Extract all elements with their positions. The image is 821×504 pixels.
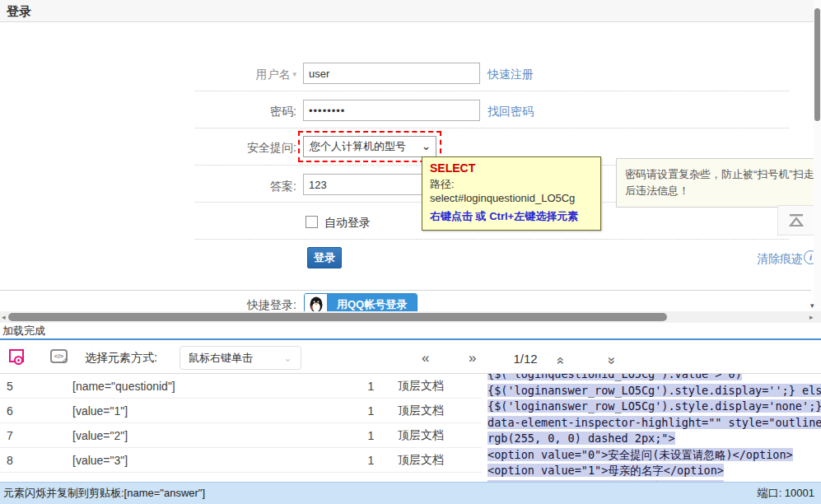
table-cell-num: 8 (0, 454, 72, 467)
code-line: {$('loginquestionid_LO5Cg').value > 0) (487, 374, 821, 383)
table-row[interactable]: 5[name="questionid"]1顶层文档 (0, 374, 482, 399)
selector-method-label: 选择元素方式: (85, 351, 157, 366)
code-line: data-element-inspector-highlight="" styl… (487, 415, 821, 432)
chevron-down-icon: ▾ (292, 70, 296, 78)
jump-bottom-button[interactable]: » (608, 352, 615, 369)
scroll-to-top-button[interactable] (777, 205, 815, 236)
table-cell-num: 5 (0, 380, 72, 393)
code-view[interactable]: {$('loginquestionid_LO5Cg').value > 0){$… (482, 374, 821, 482)
code-line: {$('loginanswer_row_LO5Cg').style.displa… (487, 399, 821, 415)
code-line: rgb(255, 0, 0) dashed 2px;"> (487, 431, 821, 447)
scroll-right-icon[interactable]: ▸ (809, 313, 814, 321)
table-row[interactable]: 8[value="3"]1顶层文档 (0, 448, 482, 473)
code-line: {$('loginanswer_row_LO5Cg').style.displa… (487, 383, 821, 399)
table-cell-selector: [value="1"] (72, 404, 344, 418)
selector-method-value: 鼠标右键单击 (189, 352, 253, 364)
recover-password-link[interactable]: 找回密码 (487, 105, 534, 119)
username-label: 用户名▾ (189, 68, 296, 82)
scroll-left-icon[interactable]: ◂ (2, 313, 6, 321)
table-cell-num: 7 (0, 429, 72, 442)
vertical-scrollbar-thumb[interactable] (814, 8, 820, 121)
password-notice: 密码请设置复杂些，防止被“扫号机”扫走后违法信息！ (616, 158, 821, 208)
element-picker-dot (17, 359, 20, 362)
table-cell-doc: 顶层文档 (398, 379, 476, 394)
table-row[interactable]: 7[value="2"]1顶层文档 (0, 423, 482, 448)
table-cell-doc: 顶层文档 (398, 453, 476, 468)
password-label: 密码: (189, 105, 296, 119)
chevron-down-icon: ⌄ (422, 137, 431, 156)
pen-icon: ✎ (60, 357, 68, 364)
port-indicator: 端口: 10001 (758, 483, 814, 504)
section-divider (0, 290, 811, 291)
code-line: <option value="1">母亲的名字</option> (487, 463, 821, 479)
divider (195, 128, 789, 128)
code-line: <option value="0">安全提问(未设置请忽略)</option> (487, 447, 821, 464)
table-cell-doc: 顶层文档 (398, 404, 476, 418)
table-cell-count: 1 (344, 404, 398, 418)
element-inspector-tooltip: SELECT 路径: select#loginquestionid_LO5Cg … (422, 156, 601, 231)
divider (195, 239, 789, 240)
security-question-label: 安全提问: (189, 141, 296, 156)
selector-method-dropdown[interactable]: 鼠标右键单击 ⌄ (180, 346, 301, 370)
divider (195, 91, 789, 91)
table-cell-count: 1 (344, 429, 398, 442)
next-page-button[interactable]: » (469, 350, 476, 366)
horizontal-scrollbar[interactable]: ◂ ▸ (0, 311, 821, 323)
quick-register-link[interactable]: 快速注册 (487, 68, 534, 82)
username-input[interactable] (303, 63, 480, 84)
vertical-scrollbar[interactable] (814, 0, 821, 311)
clear-traces-link[interactable]: 清除痕迹 (757, 252, 803, 267)
load-status-bar: 加载完成 (0, 323, 821, 340)
status-message: 元素闪烁并复制到剪贴板:[name="answer"] (3, 483, 205, 504)
horizontal-scrollbar-thumb[interactable] (8, 313, 667, 321)
scroll-down-icon[interactable]: ▾ (810, 301, 814, 310)
table-cell-selector: [value="2"] (72, 429, 344, 442)
page-title: 登录 (0, 0, 821, 22)
security-question-select[interactable]: 您个人计算机的型号 ⌄ (303, 136, 436, 157)
table-cell-selector: [name="questionid"] (72, 380, 344, 393)
scroll-to-top-icon (786, 212, 806, 229)
pager-indicator: 1/12 (501, 352, 550, 366)
table-cell-num: 6 (0, 404, 72, 418)
tooltip-tag-name: SELECT (430, 161, 593, 175)
tooltip-action-hint: 右键点击 或 Ctrl+左键选择元素 (430, 209, 593, 224)
status-bar: 元素闪烁并复制到剪贴板:[name="answer"] 端口: 10001 (0, 482, 821, 504)
answer-label: 答案: (189, 180, 296, 194)
selected-question: 您个人计算机的型号 (310, 140, 406, 152)
chevrons-up-icon: « (553, 357, 569, 364)
table-cell-count: 1 (344, 380, 398, 393)
tooltip-selector-path: 路径: select#loginquestionid_LO5Cg (430, 177, 593, 204)
table-cell-doc: 顶层文档 (398, 428, 476, 443)
table-cell-selector: [value="3"] (72, 454, 344, 467)
table-cell-count: 1 (344, 454, 398, 467)
prev-page-button[interactable]: « (422, 350, 429, 366)
app-window: 登录 用户名▾ 快速注册 密码: 找回密码 安全提问: 您个人计算机的型号 ⌄ … (0, 0, 821, 504)
selector-results-table: 5[name="questionid"]1顶层文档6[value="1"]1顶层… (0, 374, 482, 482)
login-button[interactable]: 登录 (307, 247, 342, 268)
auto-login-checkbox[interactable] (306, 216, 318, 228)
chevron-down-icon: ⌄ (283, 347, 292, 369)
jump-top-button[interactable]: « (557, 352, 564, 369)
auto-login-label: 自动登录 (324, 216, 371, 231)
table-row[interactable]: 6[value="1"]1顶层文档 (0, 399, 482, 423)
password-input[interactable] (303, 100, 480, 121)
chevrons-down-icon: » (604, 357, 620, 364)
